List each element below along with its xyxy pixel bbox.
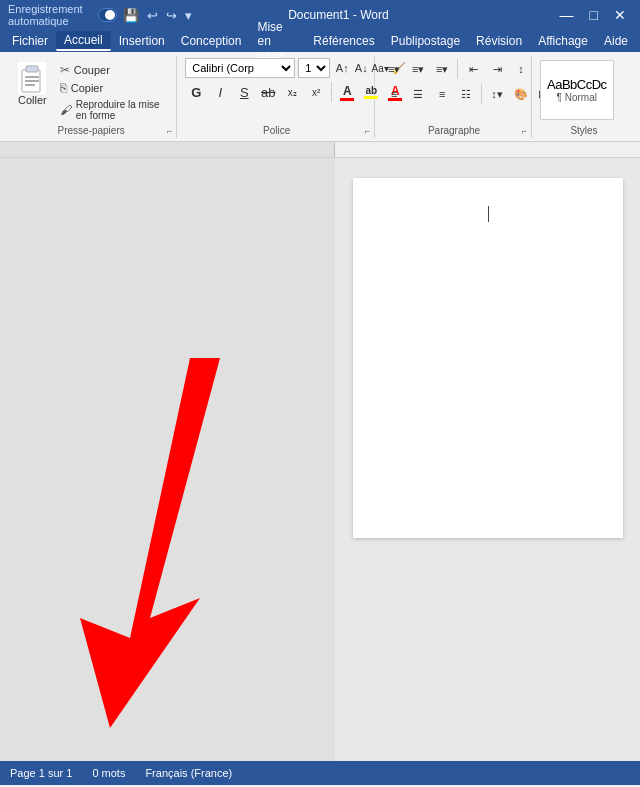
menu-aide[interactable]: Aide — [596, 32, 636, 50]
menu-accueil[interactable]: Accueil — [56, 31, 111, 51]
divider2 — [457, 59, 458, 79]
menu-insertion[interactable]: Insertion — [111, 32, 173, 50]
menu-affichage[interactable]: Affichage — [530, 32, 596, 50]
divider — [331, 82, 332, 102]
align-center-button[interactable]: ☰ — [407, 83, 429, 105]
increase-indent-button[interactable]: ⇥ — [486, 58, 508, 80]
ruler-left — [0, 142, 335, 157]
redo-icon[interactable]: ↪ — [166, 8, 177, 23]
svg-rect-3 — [25, 80, 39, 82]
document-title: Document1 - Word — [192, 8, 486, 22]
para-row1: ≡▾ ≡▾ ≡▾ ⇤ ⇥ ↕ ¶ — [383, 58, 556, 80]
clipboard-label: Presse-papiers — [6, 125, 176, 136]
font-row1: Calibri (Corp 11 A↑ A↓ Aa▾ 🧹 — [185, 58, 408, 78]
font-expand[interactable]: ⌐ — [365, 126, 370, 136]
menu-fichier[interactable]: Fichier — [4, 32, 56, 50]
cut-button[interactable]: ✂ Couper — [57, 62, 170, 78]
main-area — [0, 158, 640, 761]
red-arrow — [60, 358, 260, 738]
clipboard-expand[interactable]: ⌐ — [167, 126, 172, 136]
language: Français (France) — [145, 767, 232, 779]
text-cursor — [488, 206, 489, 222]
window-controls: — □ ✕ — [485, 7, 632, 23]
document-page — [353, 178, 623, 538]
clipboard-content: Coller ✂ Couper ⎘ Copier 🖌 Reproduire la… — [12, 58, 170, 122]
paragraph-label: Paragraphe — [377, 125, 531, 136]
font-color-button[interactable]: A — [336, 81, 358, 103]
numbered-list-button[interactable]: ≡▾ — [407, 58, 429, 80]
menu-conception[interactable]: Conception — [173, 32, 250, 50]
highlight-letter: ab — [365, 85, 377, 96]
minimize-button[interactable]: — — [554, 7, 580, 23]
decrease-font-button[interactable]: A↓ — [352, 58, 370, 78]
para-row2: ≡ ☰ ≡ ☷ ↕▾ 🎨 ⊞▾ — [383, 83, 556, 105]
paste-button[interactable]: Coller — [12, 60, 53, 122]
toggle-knob — [105, 10, 115, 20]
customize-icon[interactable]: ▾ — [185, 8, 192, 23]
autosave-toggle[interactable] — [98, 8, 117, 22]
font-label: Police — [179, 125, 374, 136]
bold-button[interactable]: G — [185, 81, 207, 103]
styles-content: AaBbCcDc ¶ Normal — [540, 58, 614, 120]
status-bar: Page 1 sur 1 0 mots Français (France) — [0, 761, 640, 785]
divider3 — [481, 84, 482, 104]
title-bar-left: Enregistrement automatique 💾 ↩ ↪ ▾ — [8, 3, 192, 27]
save-icon[interactable]: 💾 — [123, 8, 139, 23]
font-color-bar — [340, 98, 354, 101]
justify-button[interactable]: ☷ — [455, 83, 477, 105]
cut-icon: ✂ — [60, 63, 70, 77]
font-color-letter: A — [343, 84, 352, 98]
autosave-label: Enregistrement automatique — [8, 3, 92, 27]
font-name-select[interactable]: Calibri (Corp — [185, 58, 295, 78]
format-painter-icon: 🖌 — [60, 103, 72, 117]
multilevel-list-button[interactable]: ≡▾ — [431, 58, 453, 80]
highlight-bar — [364, 96, 378, 99]
subscript-button[interactable]: x₂ — [281, 81, 303, 103]
maximize-button[interactable]: □ — [584, 7, 604, 23]
svg-rect-2 — [25, 76, 39, 78]
styles-label: Styles — [534, 125, 634, 136]
decrease-indent-button[interactable]: ⇤ — [462, 58, 484, 80]
format-painter-button[interactable]: 🖌 Reproduire la mise en forme — [57, 98, 170, 122]
menu-references[interactable]: Références — [305, 32, 382, 50]
style-normal-content: AaBbCcDc ¶ Normal — [547, 77, 607, 103]
font-size-select[interactable]: 11 — [298, 58, 330, 78]
font-controls: Calibri (Corp 11 A↑ A↓ Aa▾ 🧹 G I S ab x₂… — [185, 58, 408, 103]
italic-button[interactable]: I — [209, 81, 231, 103]
line-spacing-button[interactable]: ↕▾ — [486, 83, 508, 105]
underline-button[interactable]: S — [233, 81, 255, 103]
format-painter-label: Reproduire la mise en forme — [76, 99, 167, 121]
style-sample: AaBbCcDc — [547, 77, 607, 92]
clipboard-group: Coller ✂ Couper ⎘ Copier 🖌 Reproduire la… — [6, 56, 177, 138]
strikethrough-button[interactable]: ab — [257, 81, 279, 103]
superscript-button[interactable]: x² — [305, 81, 327, 103]
ribbon: Coller ✂ Couper ⎘ Copier 🖌 Reproduire la… — [0, 52, 640, 142]
svg-marker-5 — [80, 358, 220, 728]
menu-publipostage[interactable]: Publipostage — [383, 32, 468, 50]
undo-icon[interactable]: ↩ — [147, 8, 158, 23]
left-panel — [0, 158, 335, 761]
font-group: Calibri (Corp 11 A↑ A↓ Aa▾ 🧹 G I S ab x₂… — [179, 56, 375, 138]
align-right-button[interactable]: ≡ — [431, 83, 453, 105]
menu-revision[interactable]: Révision — [468, 32, 530, 50]
close-button[interactable]: ✕ — [608, 7, 632, 23]
paragraph-expand[interactable]: ⌐ — [522, 126, 527, 136]
styles-group: AaBbCcDc ¶ Normal Styles — [534, 56, 634, 138]
align-left-button[interactable]: ≡ — [383, 83, 405, 105]
sort-button[interactable]: ↕ — [510, 58, 532, 80]
shading-button[interactable]: 🎨 — [510, 83, 532, 105]
title-bar: Enregistrement automatique 💾 ↩ ↪ ▾ Docum… — [0, 0, 640, 30]
document-area[interactable] — [335, 158, 640, 761]
increase-font-button[interactable]: A↑ — [333, 58, 351, 78]
copy-icon: ⎘ — [60, 81, 67, 95]
font-row2: G I S ab x₂ x² A ab A — [185, 81, 408, 103]
bullet-list-button[interactable]: ≡▾ — [383, 58, 405, 80]
paste-icon — [18, 62, 46, 94]
cut-label: Couper — [74, 64, 110, 76]
copy-label: Copier — [71, 82, 103, 94]
clipboard-actions: ✂ Couper ⎘ Copier 🖌 Reproduire la mise e… — [57, 60, 170, 122]
paste-label: Coller — [18, 94, 47, 106]
menu-bar: Fichier Accueil Insertion Conception Mis… — [0, 30, 640, 52]
copy-button[interactable]: ⎘ Copier — [57, 80, 170, 96]
style-normal[interactable]: AaBbCcDc ¶ Normal — [540, 60, 614, 120]
